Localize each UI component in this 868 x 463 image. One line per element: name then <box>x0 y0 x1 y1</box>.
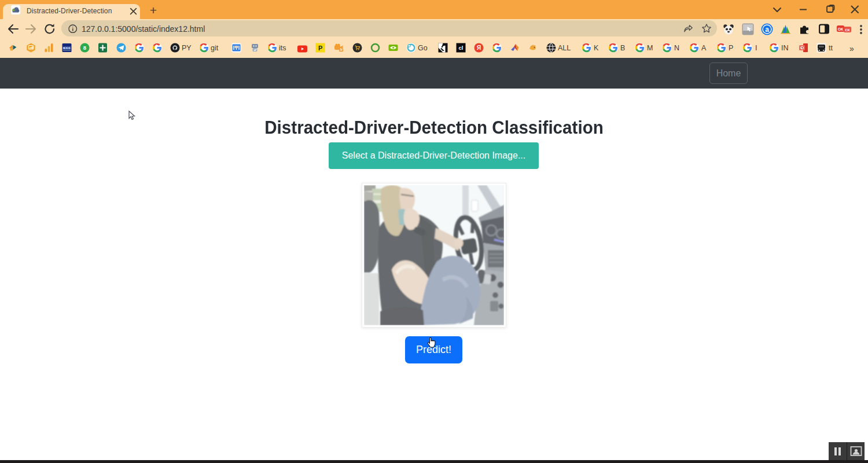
svg-text:CK: CK <box>845 28 850 32</box>
svg-text:P: P <box>318 45 322 52</box>
svg-text:OK: OK <box>838 27 844 31</box>
svg-text:IEEE: IEEE <box>62 46 71 50</box>
svg-text:8: 8 <box>83 45 86 51</box>
svg-text:Я: Я <box>477 45 481 51</box>
svg-text:OK: OK <box>339 49 343 52</box>
svg-text:a: a <box>765 25 769 34</box>
svg-text:cl: cl <box>458 45 463 51</box>
